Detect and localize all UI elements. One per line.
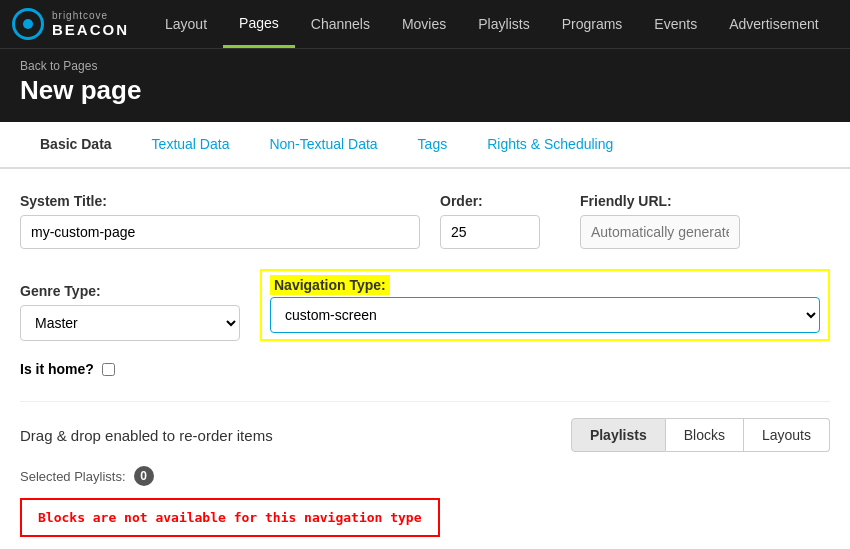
system-title-group: System Title: [20,193,420,249]
form-row-2: Genre Type: Master Sub Leaf Navigation T… [20,269,830,341]
nav-type-select[interactable]: custom-screen main-screen playlist [270,297,820,333]
nav-item-events[interactable]: Events [638,0,713,48]
logo-sub: brightcove [52,10,129,21]
nav-item-layout[interactable]: Layout [149,0,223,48]
tab-basic-data[interactable]: Basic Data [20,122,132,169]
friendly-url-input[interactable] [580,215,740,249]
is-home-row: Is it home? [20,361,830,377]
content-area: Basic Data Textual Data Non-Textual Data… [0,122,850,549]
tab-rights-scheduling[interactable]: Rights & Scheduling [467,122,633,169]
order-label: Order: [440,193,560,209]
tab-btn-layouts[interactable]: Layouts [744,418,830,452]
is-home-checkbox[interactable] [102,363,115,376]
selected-label: Selected Playlists: [20,469,126,484]
nav-items: Layout Pages Channels Movies Playlists P… [149,0,835,48]
drag-drop-section: Drag & drop enabled to re-order items Pl… [20,401,830,549]
tab-btn-blocks[interactable]: Blocks [666,418,744,452]
genre-type-label: Genre Type: [20,283,240,299]
page-title: New page [20,75,830,106]
nav-item-programs[interactable]: Programs [546,0,639,48]
page-header: Back to Pages New page [0,48,850,122]
navigation-type-group: Navigation Type: custom-screen main-scre… [260,269,830,341]
drag-drop-title: Drag & drop enabled to re-order items [20,427,273,444]
form-row-1: System Title: Order: Friendly URL: [20,193,830,249]
order-group: Order: [440,193,560,249]
system-title-label: System Title: [20,193,420,209]
logo: brightcove BEACON [12,8,129,40]
logo-icon [12,8,44,40]
count-badge: 0 [134,466,154,486]
drag-drop-header: Drag & drop enabled to re-order items Pl… [20,418,830,452]
selected-playlists-row: Selected Playlists: 0 [20,466,830,486]
nav-item-advertisement[interactable]: Advertisement [713,0,834,48]
nav-item-pages[interactable]: Pages [223,0,295,48]
tab-buttons: Playlists Blocks Layouts [571,418,830,452]
tab-tags[interactable]: Tags [398,122,468,169]
back-link[interactable]: Back to Pages [20,59,830,73]
top-navigation: brightcove BEACON Layout Pages Channels … [0,0,850,48]
genre-type-select[interactable]: Master Sub Leaf [20,305,240,341]
is-home-label: Is it home? [20,361,94,377]
nav-type-label: Navigation Type: [270,277,820,293]
tab-textual-data[interactable]: Textual Data [132,122,250,169]
friendly-url-label: Friendly URL: [580,193,830,209]
nav-item-playlists[interactable]: Playlists [462,0,545,48]
logo-text: brightcove BEACON [52,10,129,38]
form-tabs: Basic Data Textual Data Non-Textual Data… [0,122,850,169]
tab-non-textual-data[interactable]: Non-Textual Data [249,122,397,169]
nav-item-movies[interactable]: Movies [386,0,462,48]
genre-type-group: Genre Type: Master Sub Leaf [20,283,240,341]
system-title-input[interactable] [20,215,420,249]
nav-item-channels[interactable]: Channels [295,0,386,48]
error-box: Blocks are not available for this naviga… [20,498,440,537]
friendly-url-group: Friendly URL: [580,193,830,249]
logo-brand: BEACON [52,21,129,38]
order-input[interactable] [440,215,540,249]
tab-btn-playlists[interactable]: Playlists [571,418,666,452]
form-area: System Title: Order: Friendly URL: Genre… [0,169,850,549]
